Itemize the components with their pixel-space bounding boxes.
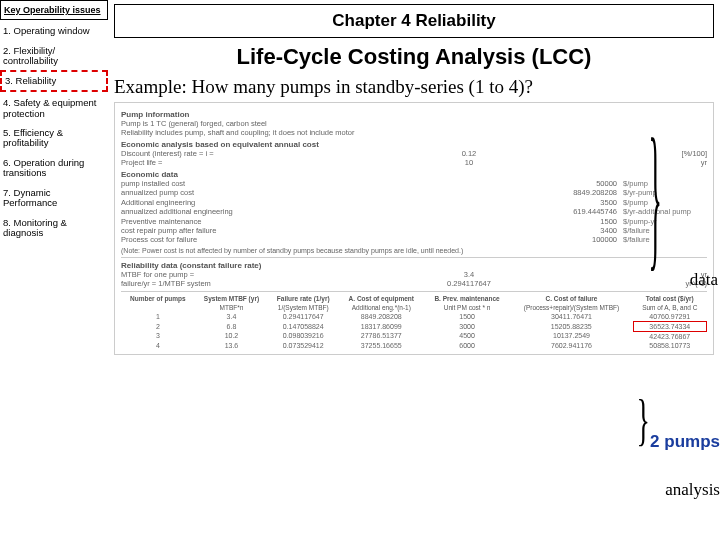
fail-label: failure/yr = 1/MTBF system [121, 279, 301, 288]
label-data: data [690, 270, 718, 290]
col-head: B. Prev. maintenance [424, 294, 510, 303]
table-cell: 0.098039216 [268, 331, 338, 341]
table-cell: 10.2 [195, 331, 268, 341]
proj-val: 10 [301, 158, 637, 167]
table-cell: 7602.941176 [510, 341, 633, 350]
sidebar-item-8: 8. Monitoring & diagnosis [0, 212, 108, 242]
econ-head: Economic analysis based on equivalent an… [121, 140, 707, 149]
econ-val: 100000 [527, 235, 617, 244]
sidebar: Key Operability issues 1. Operating wind… [0, 0, 108, 540]
col-head: Number of pumps [121, 294, 195, 303]
sidebar-item-5: 5. Efficiency & profitability [0, 122, 108, 152]
table-cell: 18317.86099 [338, 321, 424, 331]
econ-label: Preventive maintenance [121, 217, 527, 226]
table-cell: 50858.10773 [633, 341, 706, 350]
proj-label: Project life = [121, 158, 301, 167]
econ-val: 8849.208208 [527, 188, 617, 197]
econ-val: 3500 [527, 198, 617, 207]
table-cell: 15205.88235 [510, 321, 633, 331]
col-sub: Unit PM cost * n [424, 303, 510, 312]
econ-unit: $/yr-pump [617, 188, 707, 197]
sidebar-item-1: 1. Operating window [0, 20, 108, 39]
main-content: Chapter 4 Reliability Life-Cycle Costing… [108, 0, 720, 540]
econdata-head: Economic data [121, 170, 707, 179]
table-cell: 4500 [424, 331, 510, 341]
analysis-table: Number of pumpsSystem MTBF (yr)Failure r… [121, 294, 707, 350]
table-cell: 8849.208208 [338, 312, 424, 322]
econ-unit: $/pump-yr [617, 217, 707, 226]
econ-unit: $/pump [617, 179, 707, 188]
table-cell: 1 [121, 312, 195, 322]
mtbf-one-val: 3.4 [301, 270, 637, 279]
page-title: Life-Cycle Costing Analysis (LCC) [114, 44, 714, 70]
label-two-pumps: 2 pumps [650, 432, 720, 452]
pump-desc: Pump is 1 TC (general) forged, carbon st… [121, 119, 707, 128]
table-cell: 0.294117647 [268, 312, 338, 322]
pump-info-head: Pump information [121, 110, 707, 119]
table-cell: 13.6 [195, 341, 268, 350]
col-head: System MTBF (yr) [195, 294, 268, 303]
econ-unit: $/failure [617, 226, 707, 235]
table-cell: 10137.2549 [510, 331, 633, 341]
econ-val: 50000 [527, 179, 617, 188]
sidebar-item-6: 6. Operation during transitions [0, 152, 108, 182]
table-cell: 42423.76867 [633, 331, 706, 341]
econ-label: annualized additional engineering [121, 207, 527, 216]
table-cell: 2 [121, 321, 195, 331]
col-sub: (Process+repair)/(System MTBF) [510, 303, 633, 312]
discount-label: Discount (interest) rate = i = [121, 149, 301, 158]
col-head: C. Cost of failure [510, 294, 633, 303]
data-figure: Pump information Pump is 1 TC (general) … [114, 102, 714, 355]
pump-reliab: Reliability includes pump, shaft and cou… [121, 128, 707, 137]
econ-unit: $/failure [617, 235, 707, 244]
note: (Note: Power cost is not affected by num… [121, 247, 707, 254]
col-sub: Additional eng.*(n-1) [338, 303, 424, 312]
discount-val: 0.12 [301, 149, 637, 158]
econ-val: 3400 [527, 226, 617, 235]
brace-analysis: } [636, 406, 649, 434]
econ-label: cost repair pump after failure [121, 226, 527, 235]
econ-unit: $/pump [617, 198, 707, 207]
col-sub: Sum of A, B, and C [633, 303, 706, 312]
col-sub: MTBF*n [195, 303, 268, 312]
sidebar-item-2: 2. Flexibility/ controllability [0, 40, 108, 70]
col-sub [121, 303, 195, 312]
col-head: A. Cost of equipment [338, 294, 424, 303]
table-cell: 3.4 [195, 312, 268, 322]
econ-label: pump installed cost [121, 179, 527, 188]
chapter-title: Chapter 4 Reliability [114, 4, 714, 38]
reliab-head: Reliability data (constant failure rate) [121, 261, 707, 270]
table-cell: 1500 [424, 312, 510, 322]
sidebar-item-4: 4. Safety & equipment protection [0, 92, 108, 122]
table-cell: 4 [121, 341, 195, 350]
table-cell: 40760.97291 [633, 312, 706, 322]
table-cell: 30411.76471 [510, 312, 633, 322]
econ-unit: $/yr-additional pump [617, 207, 707, 216]
table-cell: 0.073529412 [268, 341, 338, 350]
table-cell: 3000 [424, 321, 510, 331]
econ-label: Additional engineering [121, 198, 527, 207]
table-cell: 6000 [424, 341, 510, 350]
econ-label: annualized pump cost [121, 188, 527, 197]
col-head: Total cost ($/yr) [633, 294, 706, 303]
sidebar-item-7: 7. Dynamic Performance [0, 182, 108, 212]
econ-label: Process cost for failure [121, 235, 527, 244]
econ-val: 1500 [527, 217, 617, 226]
example-text: Example: How many pumps in standby-serie… [114, 76, 714, 98]
table-cell: 3 [121, 331, 195, 341]
table-cell: 36523.74334 [633, 321, 706, 331]
table-cell: 6.8 [195, 321, 268, 331]
econ-val: 619.4445746 [527, 207, 617, 216]
fail-val: 0.294117647 [301, 279, 637, 288]
label-analysis: analysis [665, 480, 720, 500]
mtbf-one-label: MTBF for one pump = [121, 270, 301, 279]
table-cell: 27786.51377 [338, 331, 424, 341]
brace-data: } [648, 155, 661, 235]
col-head: Failure rate (1/yr) [268, 294, 338, 303]
table-cell: 37255.16655 [338, 341, 424, 350]
col-sub: 1/(System MTBF) [268, 303, 338, 312]
sidebar-header: Key Operability issues [0, 0, 108, 20]
table-cell: 0.147058824 [268, 321, 338, 331]
sidebar-item-3: 3. Reliability [0, 70, 108, 92]
